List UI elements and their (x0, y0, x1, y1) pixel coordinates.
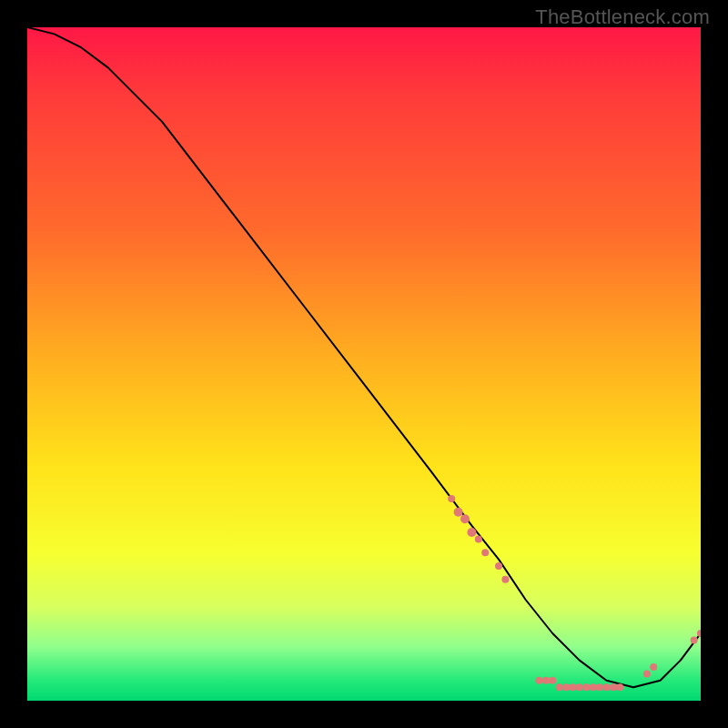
data-marker (501, 576, 509, 583)
data-marker (697, 630, 701, 637)
data-marker (556, 683, 563, 691)
curve-line (27, 27, 701, 687)
data-marker (495, 562, 502, 570)
data-marker (616, 683, 623, 691)
data-marker (542, 677, 550, 684)
data-marker (643, 670, 651, 677)
marker-layer (448, 495, 701, 691)
data-marker (475, 535, 482, 542)
data-marker (454, 508, 463, 517)
chart-svg (27, 27, 701, 701)
data-marker (549, 677, 556, 684)
data-marker (535, 677, 542, 684)
data-marker (590, 683, 597, 691)
data-marker (650, 663, 657, 671)
data-marker (602, 683, 610, 691)
data-marker (460, 514, 470, 523)
data-marker (481, 549, 489, 556)
watermark-text: TheBottleneck.com (535, 5, 710, 29)
data-marker (596, 683, 603, 691)
chart-stage: TheBottleneck.com (0, 0, 728, 728)
data-marker (582, 683, 590, 691)
plot-area (27, 27, 701, 701)
data-marker (610, 683, 617, 691)
data-marker (576, 683, 583, 691)
data-marker (562, 683, 570, 691)
data-marker (569, 683, 576, 691)
data-marker (467, 528, 476, 537)
data-marker (691, 636, 698, 643)
data-marker (448, 495, 455, 502)
